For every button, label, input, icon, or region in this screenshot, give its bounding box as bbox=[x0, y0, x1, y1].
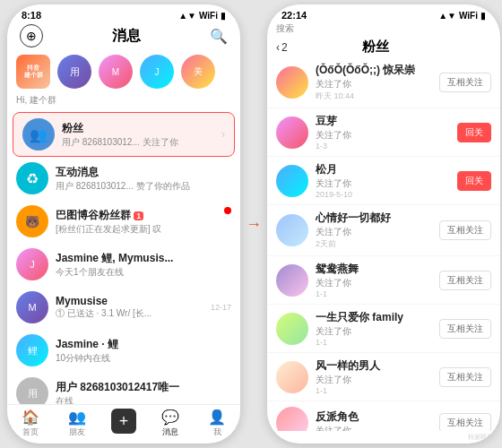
add-button[interactable]: ⊕ bbox=[20, 24, 43, 47]
greeting-row: Hi, 建个群 bbox=[7, 94, 240, 112]
fan-btn-8[interactable]: 互相关注 bbox=[439, 413, 491, 431]
left-status-icons: ▲▼ WiFi ▮ bbox=[178, 11, 226, 21]
tab-friends[interactable]: 👥 朋友 bbox=[54, 409, 100, 438]
fan-avatar-7 bbox=[276, 361, 308, 393]
nav-icons: 🔍 bbox=[210, 28, 228, 45]
jasmine-group-avatar: J bbox=[16, 248, 48, 280]
jasmine-dm-name: Jasmine · 鲤 bbox=[56, 337, 231, 352]
fan-action-7: 关注了你 bbox=[316, 374, 432, 386]
tab-home[interactable]: 🏠 首页 bbox=[7, 409, 54, 438]
fan-item-3: 松月 关注了你 2019-5-10 回关 bbox=[267, 157, 500, 205]
watermark-text: 转派即享 bbox=[468, 434, 493, 440]
tab-messages[interactable]: 💬 消息 bbox=[147, 409, 194, 438]
tab-profile-label: 我 bbox=[213, 426, 221, 438]
message-item-user826[interactable]: 用 用户 8268103012417唯一 在线 bbox=[7, 372, 240, 404]
fan-action-label-1: 关注了你 bbox=[316, 79, 351, 89]
battery-icon: ▮ bbox=[221, 11, 226, 21]
fans-name: 粉丝 bbox=[62, 121, 214, 136]
arrow-connector: → bbox=[240, 0, 267, 448]
fan-btn-7[interactable]: 互相关注 bbox=[439, 367, 491, 387]
plus-button[interactable]: + bbox=[111, 409, 136, 434]
user826-text: 在线 bbox=[56, 395, 231, 405]
story-avatar-2[interactable]: M bbox=[99, 55, 133, 89]
fan-item-6: 一生只爱你 family 关注了你 1-1 互相关注 bbox=[267, 305, 500, 353]
fan-name-7: 风一样的男人 bbox=[316, 358, 432, 374]
fan-time-1: 昨天 10:44 bbox=[316, 90, 432, 102]
mymusise-content: Mymusise ① 已送达 · 3.1 Wr/ [长... bbox=[56, 295, 203, 320]
jasmine-dm-text: 10分钟内在线 bbox=[56, 352, 231, 365]
bottom-tabs: 🏠 首页 👥 朋友 + 💬 消息 👤 我 bbox=[7, 404, 240, 444]
left-time: 8:18 bbox=[22, 10, 41, 21]
fan-info-1: (ŎőŎ(ŎőŎ;;) 惊呆崇 关注了你 昨天 10:44 bbox=[316, 63, 432, 102]
story-avatar-4[interactable]: 美 bbox=[181, 55, 215, 89]
fan-btn-6[interactable]: 互相关注 bbox=[439, 319, 491, 339]
right-phone: 22:14 ▲▼ WiFi ▮ 搜索 ‹ 2 粉丝 (ŎőŎ(ŎőŎ;;) 惊呆… bbox=[267, 4, 500, 444]
interaction-avatar: ♻ bbox=[16, 162, 48, 194]
story-row: 抖音建个群 用 M J 美 bbox=[7, 51, 240, 94]
fans-avatar: 👥 bbox=[22, 118, 55, 151]
fan-avatar-3 bbox=[276, 165, 308, 197]
fan-name-1: (ŎőŎ(ŎőŎ;;) 惊呆崇 bbox=[316, 63, 432, 78]
tab-messages-label: 消息 bbox=[162, 426, 178, 438]
fan-btn-2[interactable]: 回关 bbox=[457, 123, 491, 142]
message-item-jasmine-group[interactable]: J Jasmine 鲤, Mymusis... 今天1个朋友在线 bbox=[7, 243, 240, 286]
fan-time-4: 2天前 bbox=[316, 238, 432, 250]
fan-item-4: 心情好一切都好 关注了你 2天前 互相关注 bbox=[267, 205, 500, 256]
message-item-mymusise[interactable]: M Mymusise ① 已送达 · 3.1 Wr/ [长... 12-17 bbox=[7, 286, 240, 329]
left-nav-title: 消息 bbox=[112, 27, 141, 46]
back-chevron: ‹ bbox=[276, 41, 280, 54]
mymusise-text: ① 已送达 · 3.1 Wr/ [长... bbox=[56, 307, 203, 320]
fan-action-8: 关注了你 bbox=[316, 425, 432, 432]
left-phone: 8:18 ▲▼ WiFi ▮ ⊕ 消息 🔍 抖音建个群 用 M J 美 Hi, … bbox=[7, 4, 240, 444]
fan-btn-5[interactable]: 互相关注 bbox=[439, 271, 491, 290]
fan-btn-3[interactable]: 回关 bbox=[457, 171, 491, 191]
jasmine-group-content: Jasmine 鲤, Mymusis... 今天1个朋友在线 bbox=[56, 251, 231, 279]
fans-chevron: › bbox=[221, 128, 225, 141]
fan-action-1: 关注了你 bbox=[316, 78, 432, 90]
fan-name-8: 反派角色 bbox=[316, 409, 432, 425]
tab-plus[interactable]: + bbox=[100, 409, 147, 438]
message-item-jasmine-dm[interactable]: 鲤 Jasmine · 鲤 10分钟内在线 bbox=[7, 329, 240, 372]
watermark: 转派即享 bbox=[267, 431, 500, 444]
message-item-fans[interactable]: 👥 粉丝 用户 8268103012... 关注了你 › bbox=[13, 112, 235, 157]
jasmine-dm-avatar: 鲤 bbox=[16, 334, 48, 366]
fan-name-5: 鸳鸯燕舞 bbox=[316, 262, 432, 277]
fan-info-2: 豆芽 关注了你 1-3 bbox=[316, 114, 450, 151]
interaction-content: 互动消息 用户 8268103012... 赞了你的作品 bbox=[56, 165, 231, 193]
fan-avatar-8 bbox=[276, 407, 308, 431]
fan-info-8: 反派角色 关注了你 bbox=[316, 409, 432, 432]
right-wifi-icon: WiFi bbox=[459, 11, 478, 21]
tab-home-label: 首页 bbox=[22, 426, 39, 438]
fan-info-6: 一生只爱你 family 关注了你 1-1 bbox=[316, 310, 432, 347]
arrow-icon: → bbox=[246, 215, 262, 234]
fan-time-5: 1-1 bbox=[316, 289, 432, 298]
right-time: 22:14 bbox=[281, 10, 307, 21]
friends-icon: 👥 bbox=[68, 409, 86, 426]
fan-btn-1[interactable]: 互相关注 bbox=[439, 73, 491, 92]
right-signal-icon: ▲▼ bbox=[438, 11, 456, 21]
fan-action-6: 关注了你 bbox=[316, 325, 432, 338]
fan-btn-4[interactable]: 互相关注 bbox=[439, 220, 491, 240]
tab-profile[interactable]: 👤 我 bbox=[194, 409, 240, 438]
user826-content: 用户 8268103012417唯一 在线 bbox=[56, 380, 231, 405]
story-avatar-1[interactable]: 用 bbox=[57, 55, 91, 89]
story-special-item[interactable]: 抖音建个群 bbox=[16, 55, 50, 89]
fan-avatar-2 bbox=[276, 116, 308, 149]
fan-time-3: 2019-5-10 bbox=[316, 190, 450, 199]
signal-icon: ▲▼ bbox=[178, 11, 196, 21]
message-item-interactions[interactable]: ♻ 互动消息 用户 8268103012... 赞了你的作品 bbox=[7, 157, 240, 200]
fan-name-4: 心情好一切都好 bbox=[316, 211, 432, 226]
fan-item-5: 鸳鸯燕舞 关注了你 1-1 互相关注 bbox=[267, 256, 500, 305]
user826-avatar: 用 bbox=[16, 377, 48, 404]
fangroup-avatar: 🐻 bbox=[16, 205, 48, 237]
search-icon[interactable]: 🔍 bbox=[210, 28, 228, 45]
right-status-icons: ▲▼ WiFi ▮ bbox=[438, 11, 486, 21]
fan-item-2: 豆芽 关注了你 1-3 回关 bbox=[267, 108, 500, 157]
fan-time-7: 1-1 bbox=[316, 386, 432, 395]
jasmine-group-text: 今天1个朋友在线 bbox=[56, 266, 231, 279]
back-button[interactable]: ‹ 2 bbox=[276, 41, 288, 54]
story-avatar-3[interactable]: J bbox=[140, 55, 174, 89]
mymusise-avatar: M bbox=[16, 291, 48, 323]
message-item-fangroup[interactable]: 🐻 巴图博谷粉丝群 1 [粉丝们正在发起求更新] 叹 bbox=[7, 200, 240, 243]
interaction-text: 用户 8268103012... 赞了你的作品 bbox=[56, 180, 231, 193]
